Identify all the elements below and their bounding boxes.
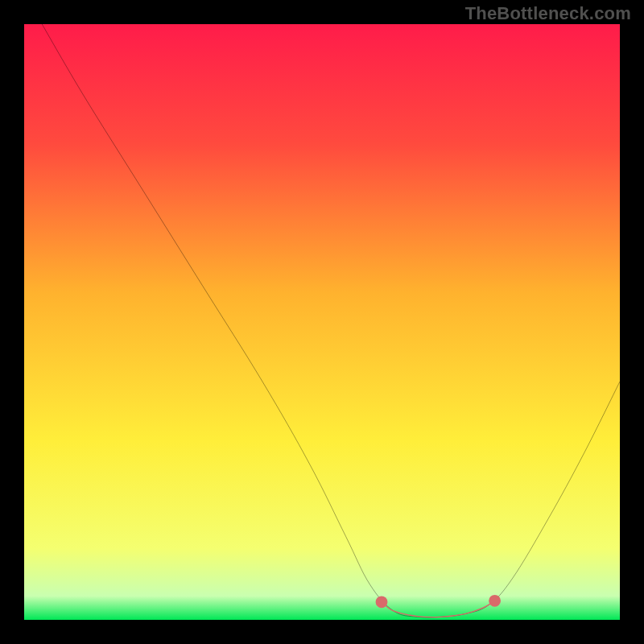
watermark-text: TheBottleneck.com	[465, 3, 631, 24]
highlight-endpoint	[376, 596, 388, 608]
gradient-background	[24, 24, 620, 620]
bottleneck-chart	[24, 24, 620, 620]
chart-frame: TheBottleneck.com	[0, 0, 644, 644]
highlight-endpoint	[489, 595, 501, 607]
chart-svg	[24, 24, 620, 620]
